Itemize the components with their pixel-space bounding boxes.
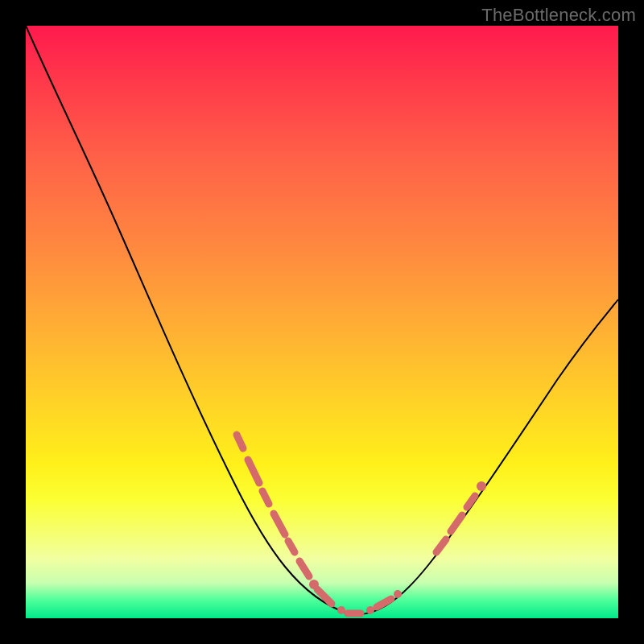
plot-area <box>26 26 618 618</box>
svg-line-14 <box>451 515 462 531</box>
svg-point-16 <box>477 481 486 491</box>
svg-line-15 <box>467 496 475 507</box>
svg-point-10 <box>366 606 374 614</box>
svg-line-2 <box>262 491 269 504</box>
svg-line-4 <box>288 541 295 552</box>
svg-point-8 <box>337 606 345 614</box>
highlight-dots-bottom <box>317 589 402 614</box>
svg-line-0 <box>237 435 243 448</box>
svg-line-5 <box>299 561 309 576</box>
watermark-text: TheBottleneck.com <box>481 5 636 26</box>
svg-line-1 <box>248 460 259 483</box>
curve-svg <box>26 26 618 618</box>
svg-line-11 <box>377 599 391 607</box>
svg-line-13 <box>436 539 446 552</box>
svg-point-12 <box>394 590 402 598</box>
svg-line-7 <box>317 589 332 604</box>
chart-frame: TheBottleneck.com <box>0 0 644 644</box>
highlight-dots-right <box>436 481 486 552</box>
bottleneck-curve <box>26 26 618 614</box>
svg-line-3 <box>274 514 285 535</box>
